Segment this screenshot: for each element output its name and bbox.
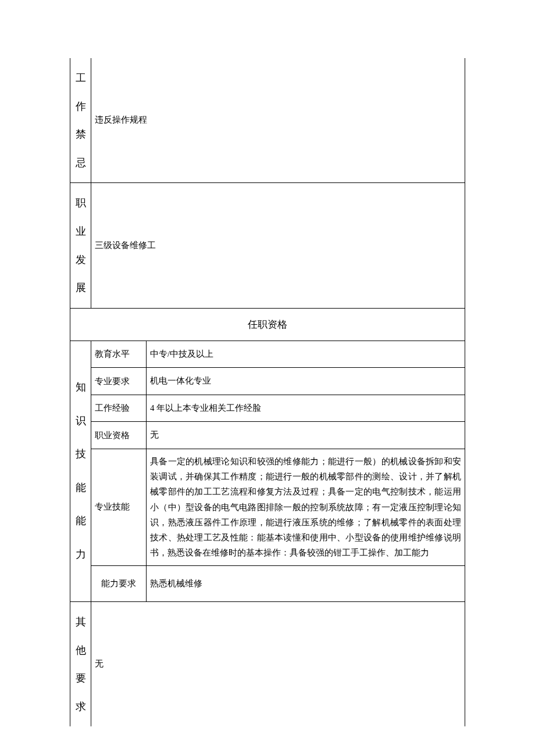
skills-value: 具备一定的机械理论知识和较强的维修能力；能进行一般）的机械设备拆卸和安装调试，并… — [147, 449, 465, 565]
ability-value: 熟悉机械维修 — [147, 565, 465, 602]
work-taboo-value: 违反操作规程 — [91, 58, 465, 183]
experience-value: 4 年以上本专业相关工作经脸 — [147, 395, 465, 422]
document-table: 工 作 禁 忌 违反操作规程 职 业 发 展 三级设备维修工 任职资格 知 识 … — [70, 58, 465, 726]
row-other: 其 他 要 求 无 — [70, 602, 465, 727]
work-taboo-label: 工 作 禁 忌 — [70, 58, 91, 183]
row-education: 知 识 技 能 能 力 教育水平 中专/中技及以上 — [70, 341, 465, 368]
row-major: 专业要求 机电一体化专业 — [70, 368, 465, 395]
other-label: 其 他 要 求 — [70, 602, 91, 727]
education-value: 中专/中技及以上 — [147, 341, 465, 368]
cert-value: 无 — [147, 422, 465, 449]
other-value: 无 — [91, 602, 465, 727]
cert-label: 职业资格 — [91, 422, 147, 449]
education-label: 教育水平 — [91, 341, 147, 368]
row-work-taboo: 工 作 禁 忌 违反操作规程 — [70, 58, 465, 183]
row-career-dev: 职 业 发 展 三级设备维修工 — [70, 183, 465, 308]
ability-label: 能力要求 — [91, 565, 147, 602]
experience-label: 工作经验 — [91, 395, 147, 422]
major-value: 机电一体化专业 — [147, 368, 465, 395]
major-label: 专业要求 — [91, 368, 147, 395]
career-dev-label: 职 业 发 展 — [70, 183, 91, 308]
row-experience: 工作经验 4 年以上本专业相关工作经脸 — [70, 395, 465, 422]
row-ability: 能力要求 熟悉机械维修 — [70, 565, 465, 602]
skills-label: 专业技能 — [91, 449, 147, 565]
section-header: 任职资格 — [70, 308, 465, 341]
career-dev-value: 三级设备维修工 — [91, 183, 465, 308]
row-cert: 职业资格 无 — [70, 422, 465, 449]
row-skills: 专业技能 具备一定的机械理论知识和较强的维修能力；能进行一般）的机械设备拆卸和安… — [70, 449, 465, 565]
knowledge-vert-label: 知 识 技 能 能 力 — [70, 341, 91, 601]
row-section-header: 任职资格 — [70, 308, 465, 341]
